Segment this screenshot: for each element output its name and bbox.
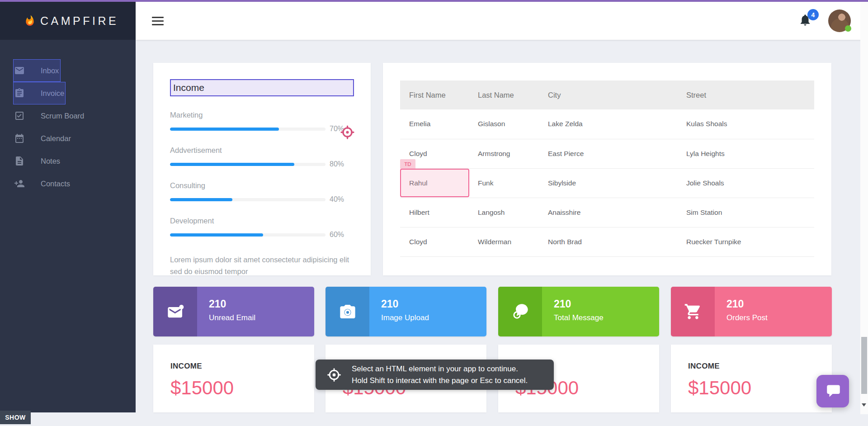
- stat-icon-section: [326, 287, 369, 336]
- scrollbar-thumb[interactable]: [861, 337, 867, 394]
- chat-bubble-icon: [825, 383, 841, 399]
- table-header-row: First Name Last Name City Street: [400, 80, 814, 109]
- table-cell: North Brad: [539, 227, 677, 256]
- tooltip-text: Select an HTML element in your app to co…: [352, 363, 528, 386]
- income-card-title: Income: [173, 82, 204, 93]
- stat-icon-section: [153, 287, 197, 336]
- progress-row: 70%: [170, 125, 354, 133]
- progress-label: Marketing: [170, 111, 354, 119]
- user-avatar[interactable]: [828, 9, 851, 32]
- camera-icon: [339, 303, 357, 321]
- tooltip-line-1: Select an HTML element in your app to co…: [352, 363, 528, 375]
- flame-icon: [24, 14, 36, 28]
- stat-label: Image Upload: [381, 313, 486, 322]
- stat-value: 210: [381, 298, 486, 310]
- sidebar-item-notes[interactable]: Notes: [0, 150, 136, 172]
- progress-track: [170, 198, 326, 201]
- table-cell: Anaisshire: [539, 198, 677, 227]
- stat-body: 210 Unread Email: [197, 287, 314, 336]
- logo-text: CAMPFIRE: [40, 14, 118, 28]
- stat-card-image-upload: 210 Image Upload: [326, 287, 486, 336]
- notifications-button[interactable]: 4: [798, 13, 812, 28]
- column-header: Street: [677, 80, 814, 109]
- table-cell: Hilbert: [400, 198, 469, 227]
- progress-track: [170, 128, 326, 131]
- table-cell: Gislason: [469, 109, 539, 139]
- show-tab-button[interactable]: SHOW: [0, 411, 31, 424]
- table-cell: Langosh: [469, 198, 539, 227]
- progress-fill: [170, 128, 279, 131]
- progress-label: Development: [170, 217, 354, 225]
- progress-label: Consulting: [170, 181, 354, 190]
- notification-badge: 4: [807, 9, 819, 20]
- stat-value: 210: [209, 298, 314, 310]
- app-screen: CAMPFIRE Inbox Invoice Scrum Board Calen…: [0, 0, 868, 426]
- progress-fill: [170, 163, 294, 166]
- scrollbar-down-arrow[interactable]: [862, 403, 866, 407]
- stat-card-orders-post: 210 Orders Post: [671, 287, 832, 336]
- table-cell: Kulas Shoals: [677, 109, 814, 139]
- stat-value: 210: [726, 298, 832, 310]
- stat-body: 210 Orders Post: [715, 287, 832, 336]
- stat-card-unread-email: 210 Unread Email: [153, 287, 314, 336]
- column-header: First Name: [400, 80, 469, 109]
- sidebar: CAMPFIRE Inbox Invoice Scrum Board Calen…: [0, 2, 136, 412]
- sidebar-item-label: Notes: [41, 157, 60, 166]
- progress-percent: 40%: [330, 195, 344, 204]
- table-cell: Lake Zelda: [539, 109, 677, 139]
- progress-fill: [170, 233, 263, 237]
- stat-body: 210 Image Upload: [369, 287, 486, 336]
- stat-label: Orders Post: [726, 313, 832, 322]
- sidebar-item-contacts[interactable]: Contacts: [0, 172, 136, 195]
- sidebar-item-calendar[interactable]: Calendar: [0, 127, 136, 150]
- table-cell: Sibylside: [539, 168, 677, 198]
- table-row: Cloyd Armstrong East Pierce Lyla Heights: [400, 139, 814, 168]
- inspector-tag-badge: TD: [400, 159, 415, 169]
- sidebar-item-label: Calendar: [41, 134, 71, 143]
- income-card-description: Lorem ipsum dolor sit amet consectetur a…: [170, 254, 354, 277]
- sidebar-item-label: Contacts: [41, 180, 70, 188]
- element-picker-tooltip: Select an HTML element in your app to co…: [316, 360, 554, 390]
- progress-label: Addvertisement: [170, 146, 354, 155]
- progress-track: [170, 233, 326, 237]
- chat-fab-button[interactable]: [816, 375, 849, 407]
- email-icon: [166, 303, 184, 321]
- income-tile-title: INCOME: [170, 362, 297, 371]
- table-cell: East Pierce: [539, 139, 677, 168]
- column-header: City: [539, 80, 677, 109]
- online-status-dot: [845, 25, 851, 32]
- stat-label: Total Message: [554, 313, 659, 322]
- stat-value: 210: [554, 298, 659, 310]
- logo: CAMPFIRE: [0, 2, 136, 40]
- menu-toggle-icon[interactable]: [152, 14, 164, 28]
- stat-body: 210 Total Message: [542, 287, 659, 336]
- sidebar-item-label: Scrum Board: [41, 112, 84, 120]
- target-icon: [326, 367, 342, 383]
- income-tile: INCOME $15000: [671, 345, 832, 412]
- tooltip-line-2: Hold Shift to interact with the page or …: [352, 375, 528, 387]
- progress-percent: 60%: [330, 231, 344, 239]
- inspector-highlight-income-title: Income: [170, 79, 354, 96]
- element-picker-target-icon: [340, 125, 355, 140]
- contacts-table-card: First Name Last Name City Street Emelia …: [383, 63, 831, 275]
- table-cell: Ruecker Turnpike: [677, 227, 814, 256]
- vertical-scrollbar: [860, 2, 868, 414]
- progress-row: 80%: [170, 160, 354, 168]
- table-cell: Funk: [469, 168, 539, 198]
- table-cell: Cloyd: [400, 227, 469, 256]
- sidebar-item-scrum-board[interactable]: Scrum Board: [0, 104, 136, 127]
- income-tile-title: INCOME: [688, 362, 815, 371]
- income-tile-amount: $15000: [170, 377, 297, 399]
- income-tile: INCOME $15000: [153, 345, 314, 412]
- calendar-icon: [14, 133, 25, 144]
- table-cell: Wilderman: [469, 227, 539, 256]
- income-tile-amount: $15000: [688, 377, 815, 399]
- top-header: 4: [136, 2, 868, 40]
- cart-icon: [684, 303, 702, 321]
- inspector-highlight-cell: [400, 169, 469, 197]
- scrum-board-icon: [14, 110, 25, 121]
- notes-icon: [14, 156, 25, 166]
- table-row: Cloyd Wilderman North Brad Ruecker Turnp…: [400, 227, 814, 256]
- progress-fill: [170, 198, 232, 201]
- progress-row: 40%: [170, 195, 354, 204]
